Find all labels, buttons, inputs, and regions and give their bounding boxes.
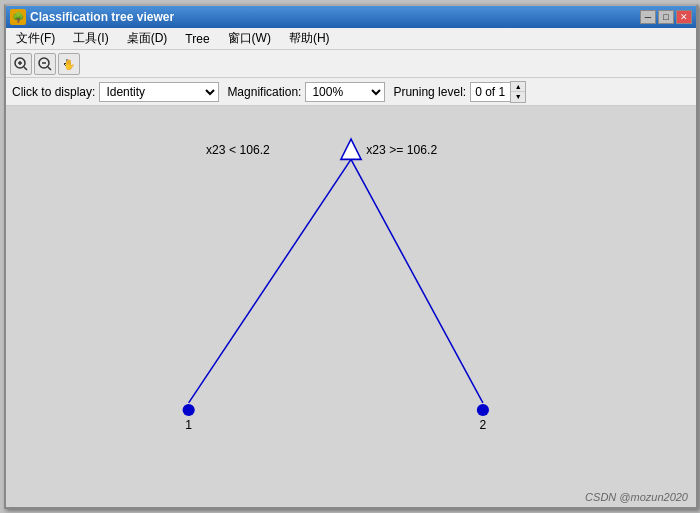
main-window: 🌳 Classification tree viewer ─ □ ✕ 文件(F)… [4,4,698,509]
minimize-button[interactable]: ─ [640,10,656,24]
right-node [477,404,489,416]
controls-bar: Click to display: Identity Magnification… [6,78,696,106]
pruning-group: Pruning level: 0 of 1 ▲ ▼ [393,81,526,103]
close-button[interactable]: ✕ [676,10,692,24]
pruning-up-arrow[interactable]: ▲ [511,82,525,92]
canvas-area: x23 < 106.2 x23 >= 106.2 1 2 CSDN @mozun… [6,106,696,507]
title-bar-left: 🌳 Classification tree viewer [10,9,174,25]
pruning-control: 0 of 1 ▲ ▼ [470,81,526,103]
svg-marker-10 [341,139,361,159]
pruning-down-arrow[interactable]: ▼ [511,92,525,102]
left-node [183,404,195,416]
display-label: Click to display: [12,85,95,99]
menu-tree[interactable]: Tree [177,30,217,48]
zoom-out-button[interactable] [34,53,56,75]
pan-button[interactable]: ✋ [58,53,80,75]
watermark: CSDN @mozun2020 [585,491,688,503]
menu-window[interactable]: 窗口(W) [220,28,279,49]
window-icon: 🌳 [10,9,26,25]
toolbar: ✋ [6,50,696,78]
title-controls: ─ □ ✕ [640,10,692,24]
menu-desktop[interactable]: 桌面(D) [119,28,176,49]
pruning-arrows: ▲ ▼ [510,81,526,103]
menu-bar: 文件(F) 工具(I) 桌面(D) Tree 窗口(W) 帮助(H) [6,28,696,50]
magnification-select[interactable]: 100% 75% 50% 125% 150% [305,82,385,102]
pruning-value: 0 of 1 [470,82,510,102]
menu-file[interactable]: 文件(F) [8,28,63,49]
pruning-label: Pruning level: [393,85,466,99]
root-label-left: x23 < 106.2 [206,143,270,157]
zoom-in-button[interactable] [10,53,32,75]
svg-line-5 [48,67,51,70]
right-node-label: 2 [480,418,487,432]
pan-icon: ✋ [62,57,76,71]
display-select[interactable]: Identity [99,82,219,102]
left-node-label: 1 [185,418,192,432]
maximize-button[interactable]: □ [658,10,674,24]
svg-line-1 [24,67,27,70]
svg-text:✋: ✋ [63,58,76,71]
display-group: Click to display: Identity [12,82,219,102]
root-label-right: x23 >= 106.2 [366,143,437,157]
magnification-label: Magnification: [227,85,301,99]
zoom-in-icon [14,57,28,71]
magnification-group: Magnification: 100% 75% 50% 125% 150% [227,82,385,102]
menu-tools[interactable]: 工具(I) [65,28,116,49]
title-bar: 🌳 Classification tree viewer ─ □ ✕ [6,6,696,28]
svg-line-8 [189,159,351,403]
menu-help[interactable]: 帮助(H) [281,28,338,49]
zoom-out-icon [38,57,52,71]
svg-line-9 [351,159,483,403]
window-title: Classification tree viewer [30,10,174,24]
tree-svg: x23 < 106.2 x23 >= 106.2 1 2 [6,106,696,507]
